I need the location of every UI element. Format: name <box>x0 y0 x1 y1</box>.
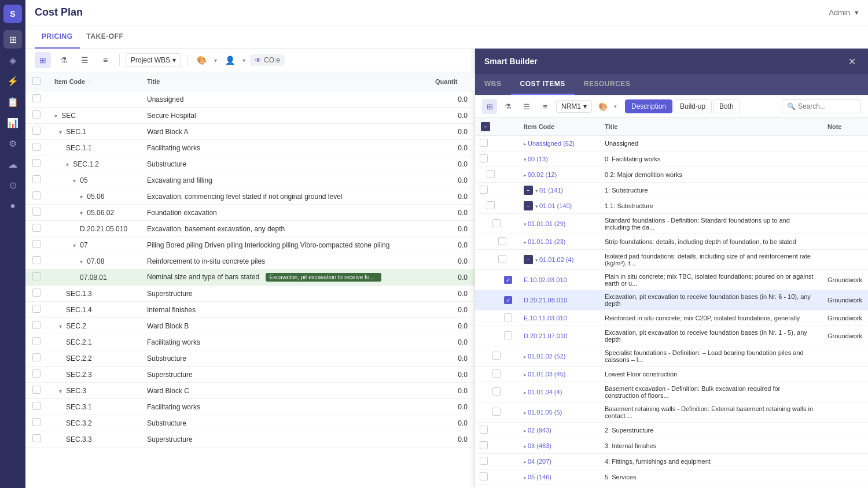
row-checkbox-21[interactable] <box>32 434 41 442</box>
row-chevron-14[interactable]: ▾ <box>59 323 62 330</box>
row-checkbox-3[interactable] <box>32 143 41 151</box>
sb-checkbox-3[interactable] <box>480 186 488 194</box>
row-checkbox-5[interactable] <box>32 175 41 183</box>
row-check-17[interactable] <box>25 367 47 383</box>
list-view-button[interactable]: ☰ <box>76 52 93 68</box>
row-checkbox-0[interactable] <box>32 94 41 102</box>
sb-chevron-17[interactable]: ▸ <box>524 443 527 449</box>
sb-checkbox-0[interactable] <box>480 139 488 147</box>
grid-view-button[interactable]: ⊞ <box>35 52 51 68</box>
sb-row-check-17[interactable] <box>475 438 518 454</box>
row-checkbox-10[interactable] <box>32 256 41 264</box>
sb-row-check-3[interactable] <box>475 183 518 198</box>
sb-chevron-15[interactable]: ▸ <box>524 410 527 416</box>
sidebar-icon-settings[interactable]: ⚙ <box>3 134 22 153</box>
row-checkbox-18[interactable] <box>32 386 41 394</box>
sb-checkbox-15[interactable] <box>492 408 501 416</box>
row-check-14[interactable] <box>25 318 47 334</box>
row-check-4[interactable] <box>25 156 47 172</box>
row-checkbox-9[interactable] <box>32 240 41 248</box>
sb-row-check-6[interactable] <box>475 234 518 250</box>
sb-checkbox-2[interactable] <box>487 170 495 178</box>
color-button[interactable]: 🎨 <box>193 52 209 68</box>
row-check-6[interactable] <box>25 188 47 205</box>
sb-checkbox-10[interactable] <box>504 313 512 321</box>
sb-chevron-0[interactable]: ▸ <box>524 141 527 147</box>
row-check-18[interactable] <box>25 383 47 399</box>
row-chevron-6[interactable]: ▾ <box>80 194 83 200</box>
list2-view-button[interactable]: ≡ <box>97 52 113 68</box>
sb-chevron-1[interactable]: ▾ <box>524 157 527 162</box>
row-check-10[interactable] <box>25 253 47 269</box>
sb-tab-wbs[interactable]: WBS <box>475 74 511 95</box>
sb-chevron-2[interactable]: ▸ <box>524 172 527 178</box>
row-check-8[interactable] <box>25 221 47 237</box>
sidebar-icon-home[interactable]: ⊞ <box>3 30 22 49</box>
row-chevron-10[interactable]: ▾ <box>80 258 83 265</box>
sb-chevron-19[interactable]: ▸ <box>524 475 527 480</box>
sb-checkbox-17[interactable] <box>480 441 488 449</box>
sb-grid-button[interactable]: ⊞ <box>482 99 497 114</box>
sb-chevron-5[interactable]: ▾ <box>524 221 527 227</box>
sb-row-check-9[interactable]: ✓ <box>475 290 518 310</box>
row-check-1[interactable] <box>25 108 47 124</box>
sb-checkbox-12[interactable] <box>492 352 501 360</box>
row-chevron-5[interactable]: ▾ <box>73 178 76 184</box>
row-checkbox-19[interactable] <box>32 402 41 410</box>
sb-row-check-12[interactable] <box>475 346 518 367</box>
row-checkbox-13[interactable] <box>32 305 41 313</box>
row-checkbox-4[interactable] <box>32 159 41 167</box>
row-check-11[interactable] <box>25 269 47 286</box>
sb-tab-cost-items[interactable]: COST ITEMS <box>511 74 575 95</box>
sb-chevron-4[interactable]: ▾ <box>535 204 538 209</box>
sb-color-button[interactable]: 🎨 <box>595 99 610 114</box>
sb-checkbox-9[interactable]: ✓ <box>504 296 512 304</box>
sb-row-check-19[interactable] <box>475 469 518 485</box>
row-check-16[interactable] <box>25 350 47 367</box>
sb-chevron-3[interactable]: ▾ <box>535 188 538 194</box>
sb-search[interactable]: 🔍 <box>782 99 861 113</box>
row-check-20[interactable] <box>25 415 47 431</box>
row-check-7[interactable] <box>25 205 47 221</box>
tab-pricing[interactable]: PRICING <box>35 25 80 49</box>
row-chevron-2[interactable]: ▾ <box>59 129 62 135</box>
row-checkbox-7[interactable] <box>32 208 41 216</box>
sb-chevron-14[interactable]: ▸ <box>524 390 527 395</box>
row-chevron-18[interactable]: ▾ <box>59 388 62 394</box>
row-check-2[interactable] <box>25 124 47 140</box>
admin-chevron[interactable]: ▾ <box>855 8 859 17</box>
row-chevron-1[interactable]: ▾ <box>54 113 57 119</box>
sb-chevron-7[interactable]: ▾ <box>535 257 538 263</box>
row-checkbox-2[interactable] <box>32 127 41 135</box>
filter-button[interactable]: ⚗ <box>56 52 72 68</box>
search-input[interactable] <box>798 102 856 110</box>
row-checkbox-8[interactable] <box>32 224 41 232</box>
view-buildup-button[interactable]: Build-up <box>674 99 712 113</box>
sb-row-check-7[interactable] <box>475 250 518 270</box>
sb-row-check-11[interactable] <box>475 326 518 346</box>
sb-select-all[interactable]: − <box>481 122 490 131</box>
row-checkbox-16[interactable] <box>32 353 41 361</box>
row-checkbox-17[interactable] <box>32 369 41 378</box>
sb-row-check-1[interactable] <box>475 151 518 167</box>
sb-row-check-13[interactable] <box>475 367 518 382</box>
sidebar-icon-cloud[interactable]: ☁ <box>3 155 22 173</box>
sb-row-check-14[interactable] <box>475 382 518 402</box>
row-check-9[interactable] <box>25 237 47 253</box>
sb-checkbox-4[interactable] <box>487 201 495 209</box>
row-checkbox-14[interactable] <box>32 321 41 329</box>
sb-row-check-8[interactable]: ✓ <box>475 270 518 290</box>
sb-chevron-13[interactable]: ▸ <box>524 372 527 378</box>
row-chevron-9[interactable]: ▾ <box>73 242 76 249</box>
row-check-0[interactable] <box>25 91 47 108</box>
sb-checkbox-18[interactable] <box>480 457 488 465</box>
sb-chevron-12[interactable]: ▸ <box>524 354 527 360</box>
sb-row-check-16[interactable] <box>475 423 518 438</box>
sb-checkbox-5[interactable] <box>492 219 501 227</box>
view-description-button[interactable]: Description <box>625 99 672 113</box>
sb-row-check-20[interactable] <box>475 485 518 489</box>
person-button[interactable]: 👤 <box>222 52 238 68</box>
sb-checkbox-8[interactable]: ✓ <box>504 276 512 284</box>
sb-tab-resources[interactable]: RESOURCES <box>575 74 640 95</box>
row-check-13[interactable] <box>25 302 47 318</box>
